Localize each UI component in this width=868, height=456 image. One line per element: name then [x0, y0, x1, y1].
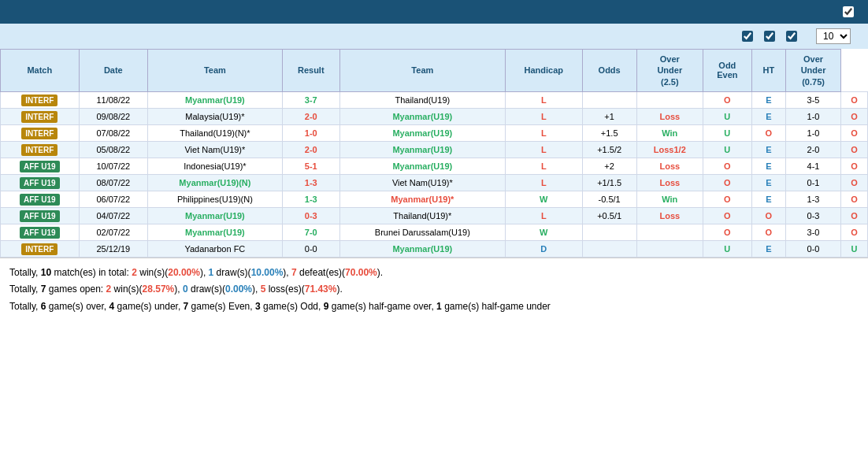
- summary-open-wins: 2: [106, 284, 112, 295]
- cell-odd-even: E: [751, 141, 785, 158]
- cell-score: 3-7: [282, 91, 339, 108]
- cell-score: 5-1: [282, 158, 339, 174]
- match-badge: INTERF: [21, 243, 57, 255]
- col-team1: Team: [148, 50, 283, 92]
- cell-score: 2-0: [282, 108, 339, 124]
- games-select[interactable]: 10 5 15 20 25 30: [816, 28, 851, 44]
- filter-afc: [764, 31, 778, 42]
- s-hgunder: 1: [436, 301, 442, 312]
- summary-wins: 2: [132, 267, 137, 278]
- cell-odds: Win: [636, 191, 703, 207]
- table-row: INTERF 25/12/19 Yadanarbon FC 0-0 Myanma…: [1, 240, 868, 257]
- display-notes-control: [843, 6, 859, 17]
- cell-team1: Viet Nam(U19)*: [148, 141, 283, 158]
- cell-team1: Yadanarbon FC: [148, 240, 283, 257]
- cell-result: L: [505, 207, 582, 224]
- cell-team2: Myanmar(U19): [339, 124, 505, 141]
- cell-odd-even: E: [751, 240, 785, 257]
- cell-match-type: AFF U19: [1, 207, 80, 224]
- summary-open-losses-pct: 71.43%: [305, 284, 337, 295]
- cell-score: 0-3: [282, 207, 339, 224]
- col-team2: Team: [339, 50, 505, 92]
- filter-interf: [742, 31, 756, 42]
- cell-handicap: +2: [582, 158, 636, 174]
- filter-afc-checkbox[interactable]: [764, 31, 775, 42]
- cell-over-under: O: [703, 207, 752, 224]
- cell-over-under2: O: [841, 141, 868, 158]
- cell-odds: Loss: [636, 108, 703, 124]
- cell-match-type: INTERF: [1, 108, 80, 124]
- cell-date: 05/08/22: [79, 141, 147, 158]
- cell-over-under2: O: [841, 224, 868, 240]
- cell-team1: Indonesia(U19)*: [148, 158, 283, 174]
- filter-interf-checkbox[interactable]: [742, 31, 753, 42]
- scores-table: Match Date Team Result Team Handicap Odd…: [0, 49, 868, 258]
- cell-date: 11/08/22: [79, 91, 147, 108]
- cell-result: L: [505, 91, 582, 108]
- cell-over-under: O: [703, 191, 752, 207]
- cell-over-under: O: [703, 158, 752, 174]
- cell-team2: Myanmar(U19): [339, 141, 505, 158]
- cell-over-under2: O: [841, 191, 868, 207]
- cell-ht: 2-0: [785, 141, 840, 158]
- cell-date: 25/12/19: [79, 240, 147, 257]
- cell-result: W: [505, 191, 582, 207]
- cell-handicap: +1.5: [582, 124, 636, 141]
- cell-team2: Viet Nam(U19)*: [339, 174, 505, 191]
- cell-date: 04/07/22: [79, 207, 147, 224]
- cell-ht: 1-3: [785, 191, 840, 207]
- cell-odds: Loss: [636, 207, 703, 224]
- cell-score: 1-3: [282, 174, 339, 191]
- summary-wins-pct: 20.00%: [168, 267, 200, 278]
- table-row: AFF U19 04/07/22 Myanmar(U19) 0-3 Thaila…: [1, 207, 868, 224]
- match-badge: AFF U19: [20, 161, 60, 172]
- cell-result: W: [505, 224, 582, 240]
- cell-match-type: AFF U19: [1, 224, 80, 240]
- filter-aff-checkbox[interactable]: [786, 31, 797, 42]
- cell-handicap: +1/1.5: [582, 174, 636, 191]
- cell-odd-even: O: [751, 124, 785, 141]
- col-odds: Odds: [582, 50, 636, 92]
- cell-date: 09/08/22: [79, 108, 147, 124]
- cell-match-type: AFF U19: [1, 158, 80, 174]
- cell-odds: [636, 91, 703, 108]
- filter-bar: 10 5 15 20 25 30: [0, 24, 868, 49]
- cell-over-under2: O: [841, 108, 868, 124]
- col-match: Match: [1, 50, 80, 92]
- cell-ht: 0-0: [785, 240, 840, 257]
- cell-handicap: +1.5/2: [582, 141, 636, 158]
- cell-odds: Loss: [636, 174, 703, 191]
- cell-odds: [636, 240, 703, 257]
- cell-over-under: U: [703, 124, 752, 141]
- cell-match-type: INTERF: [1, 91, 80, 108]
- col-ht: HT: [751, 50, 785, 92]
- summary-draws-pct: 10.00%: [251, 267, 284, 278]
- cell-over-under2: O: [841, 174, 868, 191]
- cell-odds: Loss1/2: [636, 141, 703, 158]
- cell-over-under: O: [703, 91, 752, 108]
- cell-date: 06/07/22: [79, 191, 147, 207]
- cell-team1: Thailand(U19)(N)*: [148, 124, 283, 141]
- cell-team1: Malaysia(U19)*: [148, 108, 283, 124]
- cell-ht: 1-0: [785, 108, 840, 124]
- match-badge: INTERF: [21, 111, 57, 123]
- cell-odd-even: E: [751, 91, 785, 108]
- cell-result: L: [505, 141, 582, 158]
- cell-score: 7-0: [282, 224, 339, 240]
- table-row: INTERF 09/08/22 Malaysia(U19)* 2-0 Myanm…: [1, 108, 868, 124]
- match-badge: AFF U19: [20, 210, 60, 222]
- cell-team2: Myanmar(U19): [339, 158, 505, 174]
- cell-odd-even: E: [751, 108, 785, 124]
- summary-total-matches: 10: [41, 267, 51, 278]
- cell-ht: 3-5: [785, 91, 840, 108]
- cell-over-under2: O: [841, 124, 868, 141]
- cell-score: 1-0: [282, 124, 339, 141]
- cell-result: D: [505, 240, 582, 257]
- display-notes-checkbox[interactable]: [843, 6, 854, 17]
- cell-over-under2: O: [841, 91, 868, 108]
- cell-result: L: [505, 124, 582, 141]
- cell-result: L: [505, 174, 582, 191]
- cell-handicap: [582, 224, 636, 240]
- table-row: AFF U19 10/07/22 Indonesia(U19)* 5-1 Mya…: [1, 158, 868, 174]
- cell-handicap: [582, 240, 636, 257]
